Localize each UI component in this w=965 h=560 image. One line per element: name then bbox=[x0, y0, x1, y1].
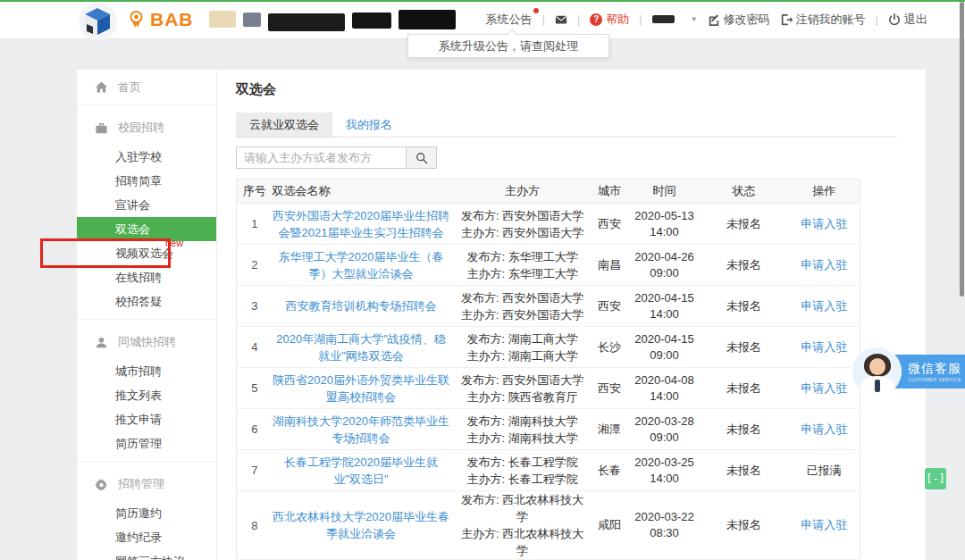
sidebar-item-label: 招聘简章 bbox=[115, 173, 162, 189]
sidebar-item[interactable]: 宣讲会 bbox=[77, 193, 216, 217]
fair-name-link[interactable]: 陕西省2020届外语外贸类毕业生联盟高校招聘会 bbox=[273, 373, 449, 404]
sidebar-item-label: 宣讲会 bbox=[115, 197, 150, 213]
table-header-row: 序号双选会名称主办方城市时间状态操作 bbox=[237, 180, 860, 204]
gear-icon bbox=[95, 478, 108, 491]
time-cell: 2020-04-1509:00 bbox=[630, 327, 700, 368]
sidebar-item[interactable]: 在线招聘 bbox=[77, 265, 216, 289]
time-cell: 2020-03-2208:30 bbox=[630, 491, 700, 560]
tab-cloud-fairs[interactable]: 云就业双选会 bbox=[236, 113, 332, 137]
separator: | bbox=[876, 13, 878, 26]
app-logo bbox=[79, 3, 117, 41]
chevron-down-icon: ▼ bbox=[691, 15, 698, 23]
change-password-button[interactable]: 修改密码 bbox=[708, 12, 770, 28]
page-title: 双选会 bbox=[236, 81, 926, 98]
fair-name-link[interactable]: 2020年湖南工商大学"战疫情、稳就业"网络双选会 bbox=[276, 332, 446, 363]
fair-name-link[interactable]: 西北农林科技大学2020届毕业生春季就业洽谈会 bbox=[273, 510, 449, 540]
status-cell: 未报名 bbox=[700, 450, 789, 491]
status-cell: 未报名 bbox=[700, 491, 789, 560]
table-row: 42020年湖南工商大学"战疫情、稳就业"网络双选会发布方: 湖南工商大学主办方… bbox=[237, 327, 860, 368]
fair-name-link[interactable]: 长春工程学院2020届毕业生就业"双选日" bbox=[284, 456, 438, 486]
search-button[interactable] bbox=[407, 146, 437, 169]
sidebar-section: 同城快招聘城市招聘推文列表推文申请简历管理 bbox=[77, 319, 216, 461]
sidebar-item[interactable]: 双选会 bbox=[77, 217, 216, 241]
apply-link[interactable]: 申请入驻 bbox=[801, 217, 847, 230]
tab-my-registrations[interactable]: 我的报名 bbox=[332, 113, 406, 137]
change-password-label: 修改密码 bbox=[724, 12, 770, 28]
person-icon bbox=[95, 336, 108, 349]
status-cell: 未报名 bbox=[700, 409, 789, 450]
action-cell: 已报满 bbox=[789, 450, 860, 491]
sidebar-item[interactable]: 网签三方协议 bbox=[77, 549, 216, 560]
city-cell: 南昌 bbox=[590, 245, 630, 286]
separator: | bbox=[577, 13, 580, 26]
scrollbar-thumb[interactable] bbox=[960, 2, 964, 297]
apply-link[interactable]: 申请入驻 bbox=[801, 518, 847, 531]
sidebar-section: 首页 bbox=[77, 70, 216, 104]
status-cell: 未报名 bbox=[700, 245, 789, 286]
sidebar-section-header: 校园招聘 bbox=[77, 111, 216, 145]
city-cell: 长春 bbox=[590, 450, 630, 491]
exit-button[interactable]: 退出 bbox=[888, 12, 927, 28]
search-icon bbox=[415, 152, 428, 164]
action-cell: 申请入驻 bbox=[789, 245, 860, 286]
time-cell: 2020-03-2514:00 bbox=[630, 450, 700, 491]
mail-button[interactable] bbox=[555, 13, 567, 26]
organizer-cell: 发布方: 西北农林科技大学主办方: 西北农林科技大学 bbox=[456, 491, 590, 560]
sidebar-item[interactable]: 入驻学校 bbox=[77, 145, 216, 169]
screenshot-button[interactable]: [-] bbox=[925, 468, 946, 489]
organizer-cell: 发布方: 长春工程学院主办方: 长春工程学院 bbox=[456, 450, 590, 491]
fair-name-link[interactable]: 西安外国语大学2020届毕业生招聘会暨2021届毕业生实习生招聘会 bbox=[273, 209, 449, 239]
column-header: 操作 bbox=[789, 180, 860, 204]
sidebar-item[interactable]: 推文申请 bbox=[77, 407, 216, 431]
logout-account-label: 注销我的账号 bbox=[796, 12, 866, 28]
table-row: 6湖南科技大学2020年师范类毕业生专场招聘会发布方: 湖南科技大学主办方: 湖… bbox=[237, 409, 860, 450]
sidebar-item[interactable]: 城市招聘 bbox=[77, 359, 216, 383]
sidebar-item[interactable]: 简历管理 bbox=[77, 431, 216, 456]
sidebar-item[interactable]: 招聘简章 bbox=[77, 169, 216, 193]
sidebar-item-label: 邀约纪录 bbox=[115, 530, 162, 546]
sidebar-section-label: 招聘管理 bbox=[118, 476, 164, 492]
search-input[interactable] bbox=[236, 146, 407, 169]
fair-name-link[interactable]: 东华理工大学2020届毕业生（春季）大型就业洽谈会 bbox=[279, 250, 444, 280]
fair-name-link[interactable]: 湖南科技大学2020年师范类毕业生专场招聘会 bbox=[273, 414, 449, 445]
wechat-support-widget[interactable]: 微信客服 CUSTOMER SERVICE bbox=[852, 347, 965, 397]
apply-link[interactable]: 申请入驻 bbox=[801, 299, 847, 313]
city-cell: 西安 bbox=[590, 368, 630, 409]
apply-link[interactable]: 申请入驻 bbox=[801, 258, 847, 272]
status-cell: 未报名 bbox=[700, 327, 789, 368]
menu-system-announcements[interactable]: 系统公告 bbox=[486, 12, 533, 28]
announcement-tooltip[interactable]: 系统升级公告，请查阅处理 bbox=[407, 34, 609, 58]
table-row: 2东华理工大学2020届毕业生（春季）大型就业洽谈会发布方: 东华理工大学主办方… bbox=[237, 245, 860, 286]
city-cell: 长沙 bbox=[590, 327, 630, 368]
wechat-label: 微信客服 bbox=[908, 361, 965, 377]
sidebar-item[interactable]: 视频双选会new bbox=[77, 241, 216, 265]
action-cell: 申请入驻 bbox=[789, 409, 860, 450]
apply-link[interactable]: 申请入驻 bbox=[801, 340, 847, 354]
user-menu[interactable]: ▼ bbox=[652, 15, 698, 23]
organizer-cell: 发布方: 西安外国语大学主办方: 西安外国语大学 bbox=[456, 286, 590, 327]
brand-name: BAB bbox=[150, 9, 194, 30]
fair-name-link[interactable]: 西安教育培训机构专场招聘会 bbox=[286, 299, 437, 313]
notification-dot bbox=[533, 8, 539, 13]
apply-link[interactable]: 申请入驻 bbox=[801, 381, 847, 395]
redaction-block bbox=[399, 10, 456, 29]
page-scrollbar[interactable] bbox=[959, 0, 965, 560]
sidebar-item-label: 在线招聘 bbox=[115, 270, 162, 286]
sidebar-item[interactable]: 邀约纪录 bbox=[77, 525, 216, 549]
separator: | bbox=[639, 13, 642, 26]
tooltip-text: 系统升级公告，请查阅处理 bbox=[439, 38, 578, 54]
row-number: 6 bbox=[237, 409, 273, 450]
logout-account-button[interactable]: 注销我的账号 bbox=[780, 12, 866, 28]
sidebar-item[interactable]: 简历邀约 bbox=[77, 501, 216, 525]
sidebar-item[interactable]: 推文列表 bbox=[77, 383, 216, 407]
sidebar-section: 校园招聘入驻学校招聘简章宣讲会双选会视频双选会new在线招聘校招答疑 bbox=[77, 104, 216, 319]
action-cell: 申请入驻 bbox=[789, 204, 860, 245]
sidebar-item-label: 推文列表 bbox=[115, 388, 162, 404]
support-agent-avatar bbox=[852, 347, 902, 397]
table-row: 5陕西省2020届外语外贸类毕业生联盟高校招聘会发布方: 西安外国语大学主办方:… bbox=[237, 368, 860, 409]
sidebar-item[interactable]: 校招答疑 bbox=[77, 289, 216, 313]
apply-link[interactable]: 申请入驻 bbox=[801, 422, 847, 436]
sidebar-section-header[interactable]: 首页 bbox=[77, 70, 216, 104]
help-button[interactable]: ? 帮助 bbox=[590, 12, 629, 28]
action-cell: 申请入驻 bbox=[789, 368, 860, 409]
